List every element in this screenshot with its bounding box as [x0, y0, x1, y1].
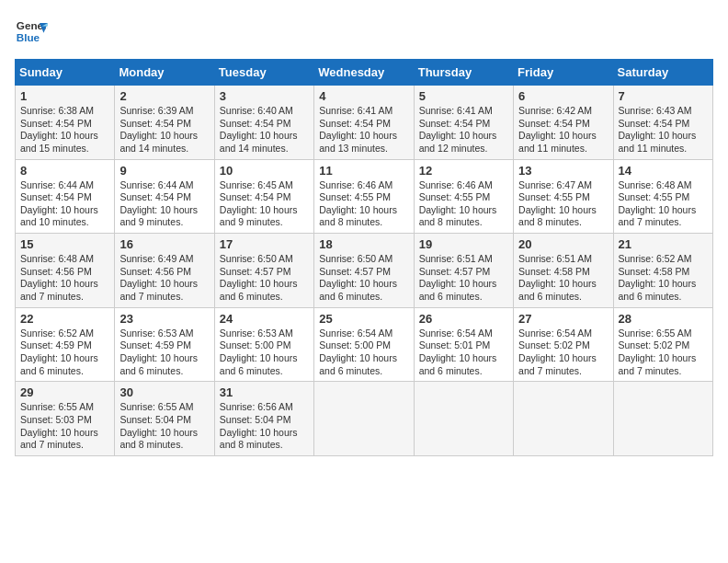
day-info: Daylight: 10 hours and 6 minutes.: [220, 278, 309, 303]
day-info: Sunrise: 6:47 AM: [518, 179, 608, 192]
day-number: 15: [20, 237, 109, 251]
day-info: Sunrise: 6:54 AM: [419, 327, 508, 340]
day-info: Daylight: 10 hours and 14 minutes.: [119, 130, 209, 155]
day-info: Sunset: 5:02 PM: [518, 339, 608, 352]
day-info: Daylight: 10 hours and 6 minutes.: [119, 352, 209, 377]
day-info: Sunset: 4:57 PM: [220, 266, 309, 279]
day-info: Sunset: 4:54 PM: [319, 118, 408, 131]
day-info: Daylight: 10 hours and 6 minutes.: [319, 278, 408, 303]
day-info: Daylight: 10 hours and 9 minutes.: [119, 204, 209, 229]
day-info: Sunset: 4:54 PM: [619, 118, 708, 131]
day-number: 6: [518, 89, 608, 103]
week-row-1: 8Sunrise: 6:44 AMSunset: 4:54 PMDaylight…: [16, 159, 713, 234]
day-info: Daylight: 10 hours and 6 minutes.: [619, 278, 708, 303]
calendar-cell: 22Sunrise: 6:52 AMSunset: 4:59 PMDayligh…: [16, 307, 115, 382]
day-info: Sunset: 4:54 PM: [419, 118, 508, 131]
day-info: Sunset: 4:54 PM: [20, 191, 109, 204]
day-number: 30: [119, 385, 209, 399]
day-info: Sunset: 4:55 PM: [619, 191, 708, 204]
header-cell-wednesday: Wednesday: [314, 60, 414, 86]
day-number: 9: [119, 164, 209, 178]
day-info: Sunrise: 6:48 AM: [20, 253, 109, 266]
day-info: Daylight: 10 hours and 7 minutes.: [119, 278, 209, 303]
calendar-cell: 10Sunrise: 6:45 AMSunset: 4:54 PMDayligh…: [214, 159, 313, 234]
calendar-cell: 2Sunrise: 6:39 AMSunset: 4:54 PMDaylight…: [115, 86, 214, 160]
day-number: 18: [319, 237, 408, 251]
header-cell-sunday: Sunday: [16, 60, 115, 86]
calendar-cell: 15Sunrise: 6:48 AMSunset: 4:56 PMDayligh…: [16, 234, 115, 308]
day-info: Daylight: 10 hours and 8 minutes.: [319, 204, 408, 229]
day-info: Daylight: 10 hours and 8 minutes.: [220, 427, 309, 452]
day-info: Sunrise: 6:41 AM: [319, 105, 408, 118]
day-info: Sunset: 5:01 PM: [419, 339, 508, 352]
calendar-cell: 4Sunrise: 6:41 AMSunset: 4:54 PMDaylight…: [314, 86, 414, 160]
day-number: 27: [518, 312, 608, 326]
day-info: Sunrise: 6:42 AM: [518, 105, 608, 118]
header-cell-tuesday: Tuesday: [214, 60, 313, 86]
week-row-0: 1Sunrise: 6:38 AMSunset: 4:54 PMDaylight…: [16, 86, 713, 160]
day-info: Daylight: 10 hours and 6 minutes.: [319, 352, 408, 377]
day-info: Sunset: 5:00 PM: [220, 339, 309, 352]
day-info: Sunset: 4:54 PM: [220, 118, 309, 131]
day-info: Sunrise: 6:54 AM: [319, 327, 408, 340]
day-number: 7: [619, 89, 708, 103]
logo-icon: General Blue: [15, 15, 48, 48]
day-info: Sunrise: 6:52 AM: [619, 253, 708, 266]
day-info: Sunrise: 6:49 AM: [119, 253, 209, 266]
calendar-cell: 29Sunrise: 6:55 AMSunset: 5:03 PMDayligh…: [16, 382, 115, 456]
calendar-cell: [514, 382, 613, 456]
day-info: Sunrise: 6:53 AM: [119, 327, 209, 340]
day-info: Daylight: 10 hours and 6 minutes.: [20, 352, 109, 377]
calendar-cell: 28Sunrise: 6:55 AMSunset: 5:02 PMDayligh…: [613, 307, 712, 382]
day-info: Daylight: 10 hours and 6 minutes.: [518, 278, 608, 303]
day-number: 24: [220, 312, 309, 326]
header-cell-monday: Monday: [115, 60, 214, 86]
calendar-table: SundayMondayTuesdayWednesdayThursdayFrid…: [15, 59, 713, 456]
day-info: Daylight: 10 hours and 7 minutes.: [20, 278, 109, 303]
svg-text:Blue: Blue: [17, 31, 40, 43]
header-row: SundayMondayTuesdayWednesdayThursdayFrid…: [16, 60, 713, 86]
day-info: Sunrise: 6:44 AM: [119, 179, 209, 192]
calendar-header: SundayMondayTuesdayWednesdayThursdayFrid…: [16, 60, 713, 86]
day-info: Daylight: 10 hours and 11 minutes.: [619, 130, 708, 155]
day-info: Sunset: 5:04 PM: [220, 414, 309, 427]
calendar-cell: 24Sunrise: 6:53 AMSunset: 5:00 PMDayligh…: [214, 307, 313, 382]
calendar-cell: 31Sunrise: 6:56 AMSunset: 5:04 PMDayligh…: [214, 382, 313, 456]
day-info: Sunset: 4:56 PM: [20, 266, 109, 279]
day-number: 19: [419, 237, 508, 251]
day-info: Sunrise: 6:48 AM: [619, 179, 708, 192]
day-info: Sunrise: 6:50 AM: [319, 253, 408, 266]
day-number: 20: [518, 237, 608, 251]
day-info: Sunrise: 6:40 AM: [220, 105, 309, 118]
day-info: Daylight: 10 hours and 7 minutes.: [619, 352, 708, 377]
calendar-cell: 19Sunrise: 6:51 AMSunset: 4:57 PMDayligh…: [414, 234, 513, 308]
day-info: Sunrise: 6:46 AM: [319, 179, 408, 192]
calendar-cell: 7Sunrise: 6:43 AMSunset: 4:54 PMDaylight…: [613, 86, 712, 160]
calendar-cell: 16Sunrise: 6:49 AMSunset: 4:56 PMDayligh…: [115, 234, 214, 308]
calendar-body: 1Sunrise: 6:38 AMSunset: 4:54 PMDaylight…: [16, 86, 713, 456]
calendar-cell: 8Sunrise: 6:44 AMSunset: 4:54 PMDaylight…: [16, 159, 115, 234]
calendar-cell: 9Sunrise: 6:44 AMSunset: 4:54 PMDaylight…: [115, 159, 214, 234]
day-number: 25: [319, 312, 408, 326]
day-info: Sunset: 4:54 PM: [20, 118, 109, 131]
week-row-4: 29Sunrise: 6:55 AMSunset: 5:03 PMDayligh…: [16, 382, 713, 456]
week-row-3: 22Sunrise: 6:52 AMSunset: 4:59 PMDayligh…: [16, 307, 713, 382]
day-info: Sunrise: 6:43 AM: [619, 105, 708, 118]
day-info: Sunset: 4:54 PM: [119, 118, 209, 131]
day-info: Sunset: 5:00 PM: [319, 339, 408, 352]
day-info: Sunrise: 6:45 AM: [220, 179, 309, 192]
day-number: 12: [419, 164, 508, 178]
day-info: Sunrise: 6:56 AM: [220, 401, 309, 414]
header-cell-thursday: Thursday: [414, 60, 513, 86]
day-info: Sunset: 5:03 PM: [20, 414, 109, 427]
calendar-cell: 30Sunrise: 6:55 AMSunset: 5:04 PMDayligh…: [115, 382, 214, 456]
day-number: 2: [119, 89, 209, 103]
day-number: 8: [20, 164, 109, 178]
day-info: Sunset: 5:02 PM: [619, 339, 708, 352]
day-info: Sunrise: 6:46 AM: [419, 179, 508, 192]
day-number: 1: [20, 89, 109, 103]
calendar-cell: 1Sunrise: 6:38 AMSunset: 4:54 PMDaylight…: [16, 86, 115, 160]
day-info: Sunrise: 6:44 AM: [20, 179, 109, 192]
day-info: Sunset: 4:54 PM: [518, 118, 608, 131]
calendar-cell: 20Sunrise: 6:51 AMSunset: 4:58 PMDayligh…: [514, 234, 613, 308]
